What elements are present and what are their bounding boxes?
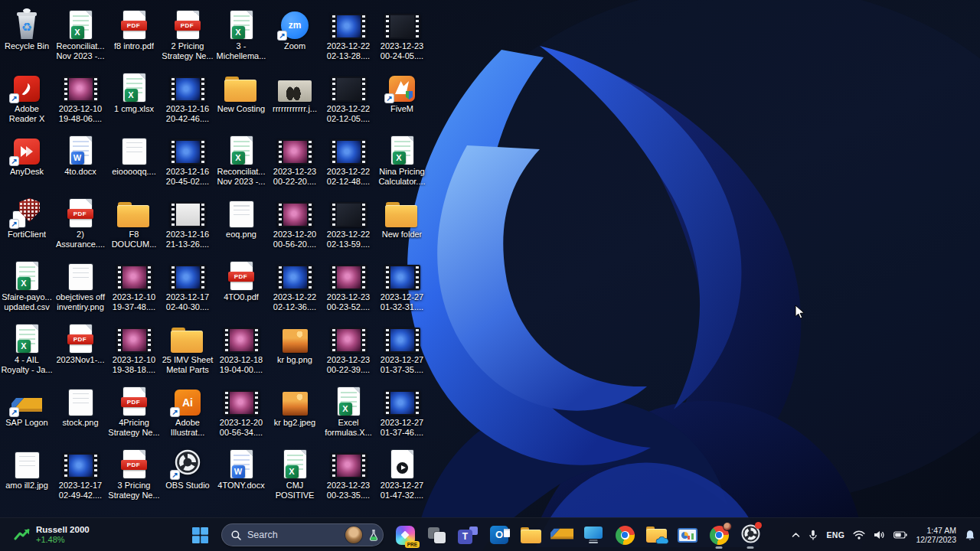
desktop-icon-zoom[interactable]: zm↗Zoom: [268, 2, 322, 64]
desktop-icon-reconciliat-nov-2023[interactable]: XReconciliat... Nov 2023 -...: [54, 2, 107, 64]
video-file-icon: [170, 139, 206, 165]
desktop-icon-2023-12-18-19-04-00[interactable]: 2023-12-18 19-04-00....: [214, 315, 268, 378]
widgets-button[interactable]: Russell 2000 +1.48%: [8, 518, 96, 551]
desktop-icon-rrrrrrrrrrrr-j[interactable]: rrrrrrrrrrrr.j...: [268, 64, 322, 127]
desktop-icon-2-pricing-strategy-ne[interactable]: PDF2 Pricing Strategy Ne...: [161, 2, 214, 64]
desktop-icon-2023-12-22-02-12-05[interactable]: 2023-12-22 02-12-05....: [322, 64, 375, 127]
desktop-icon-new-folder[interactable]: New folder: [375, 190, 429, 253]
folder-icon: [117, 202, 151, 227]
desktop-icon-2023-12-22-02-13-28[interactable]: 2023-12-22 02-13-28....: [322, 2, 375, 64]
desktop-icon-2023-12-16-21-13-26[interactable]: 2023-12-16 21-13-26....: [161, 190, 214, 253]
video-file-icon: [331, 328, 367, 353]
taskbar-copilot-button[interactable]: PRE: [390, 520, 420, 549]
desktop-icon-4-ail-royalty-ja[interactable]: X4 - AIL Royalty - Ja...: [0, 315, 54, 378]
desktop-icon-4tony-docx[interactable]: W4TONY.docx: [214, 441, 268, 504]
taskbar-chart-window-button[interactable]: [673, 520, 702, 549]
taskbar-outlook-button[interactable]: O: [485, 520, 514, 549]
desktop-icon-f8-doucum[interactable]: F8 DOUCUM...: [107, 190, 161, 253]
desktop-icon-obejctives-off-inventiry-png[interactable]: obejctives off inventiry.png: [54, 253, 107, 315]
taskbar-sap-logon-button[interactable]: [547, 520, 577, 549]
search-box[interactable]: Search: [221, 523, 384, 546]
desktop-icon-4pricing-strategy-ne[interactable]: PDF4Pricing Strategy Ne...: [107, 378, 161, 441]
desktop-icon-amo-ill2-jpg[interactable]: amo ill2.jpg: [0, 441, 54, 504]
desktop-icon-2023-12-27-01-32-31[interactable]: 2023-12-27 01-32-31....: [375, 253, 429, 315]
desktop-icon-2023-12-20-00-56-20[interactable]: 2023-12-20 00-56-20....: [268, 190, 322, 253]
clock[interactable]: 1:47 AM 12/27/2023: [916, 526, 956, 545]
search-highlight-avatar[interactable]: [345, 527, 362, 543]
desktop-icon-1-cmg-xlsx[interactable]: X1 cmg.xlsx: [107, 64, 161, 127]
desktop-icon-obs-studio[interactable]: ↗OBS Studio: [161, 441, 214, 504]
desktop-icon-4to0-pdf[interactable]: PDF4TO0.pdf: [214, 253, 268, 315]
taskbar-onedrive-button[interactable]: [642, 520, 671, 549]
desktop-icon-anydesk[interactable]: ↗AnyDesk: [0, 127, 54, 190]
desktop-icon-2023-12-10-19-37-48[interactable]: 2023-12-10 19-37-48....: [107, 253, 161, 315]
desktop-icon-eoq-png[interactable]: eoq.png: [214, 190, 268, 253]
video-file-icon: [331, 265, 367, 290]
taskbar-task-view-button[interactable]: [422, 520, 451, 549]
desktop-icon-2023-12-23-00-22-39[interactable]: 2023-12-23 00-22-39....: [322, 315, 375, 378]
desktop-icon-3-pricing-strategy-ne[interactable]: PDF3 Pricing Strategy Ne...: [107, 441, 161, 504]
taskbar-file-explorer-button[interactable]: [516, 520, 545, 549]
desktop-icon-2023-12-17-02-49-42[interactable]: 2023-12-17 02-49-42....: [54, 441, 107, 504]
copilot-icon: PRE: [396, 526, 415, 545]
desktop-icon-2023-12-23-00-24-05[interactable]: 2023-12-23 00-24-05....: [375, 2, 429, 64]
taskbar-chrome-profile-button[interactable]: [704, 520, 733, 549]
recording-indicator: [755, 522, 762, 529]
desktop-icon-2023-12-27-01-47-32[interactable]: 2023-12-27 01-47-32....: [375, 441, 429, 504]
desktop-icon-2023-12-22-02-12-36[interactable]: 2023-12-22 02-12-36....: [268, 253, 322, 315]
microphone-icon[interactable]: [808, 530, 818, 541]
desktop-icon-adobe-reader-x[interactable]: ↗Adobe Reader X: [0, 64, 54, 127]
desktop-icon-reconciliat-nov-2023[interactable]: XReconciliat... Nov 2023 -...: [214, 127, 268, 190]
desktop-icon-2023-12-16-20-45-02[interactable]: 2023-12-16 20-45-02....: [161, 127, 214, 190]
desktop-icon-recycle-bin[interactable]: ♻Recycle Bin: [0, 2, 54, 64]
desktop-icon-2023-12-23-00-22-20[interactable]: 2023-12-23 00-22-20....: [268, 127, 322, 190]
taskbar-chrome-button[interactable]: [610, 520, 639, 549]
desktop-icon-2023-12-23-00-23-35[interactable]: 2023-12-23 00-23-35....: [322, 441, 375, 504]
desktop-icon-sap-logon[interactable]: ↗SAP Logon: [0, 378, 54, 441]
desktop-icon-2023-12-10-19-48-06[interactable]: 2023-12-10 19-48-06....: [54, 64, 107, 127]
pdf-file-icon: PDF: [177, 11, 199, 39]
volume-icon[interactable]: [874, 530, 885, 540]
taskbar-teams-button[interactable]: T: [453, 520, 482, 549]
desktop-icon-2023-12-23-00-23-52[interactable]: 2023-12-23 00-23-52....: [322, 253, 375, 315]
start-button[interactable]: [185, 520, 214, 549]
desktop-icon-sfaire-payo-updated-csv[interactable]: XSfaire-payo... updated.csv: [0, 253, 54, 315]
desktop-icon-f8-intro-pdf[interactable]: PDFf8 intro.pdf: [107, 2, 161, 64]
desktop-icon-eiooooqq[interactable]: eiooooqq....: [107, 127, 161, 190]
desktop-icon-2023-12-22-02-12-48[interactable]: 2023-12-22 02-12-48....: [322, 127, 375, 190]
desktop-icon-25-imv-sheet-metal-parts[interactable]: 25 IMV Sheet Metal Parts: [161, 315, 214, 378]
desktop-icon-2023-12-16-20-42-46[interactable]: 2023-12-16 20-42-46....: [161, 64, 214, 127]
desktop-icon-cmj-positive-c[interactable]: XCMJ POSITIVE C...: [268, 441, 322, 504]
desktop-icon-excel-formulas-x[interactable]: XExcel formulas.X...: [322, 378, 375, 441]
language-indicator[interactable]: ENG: [826, 530, 844, 540]
desktop-icon-2023nov1[interactable]: PDF2023Nov1-...: [54, 315, 107, 378]
desktop-icon-label: 2023-12-23 00-23-52....: [322, 292, 374, 312]
desktop-icon-stock-png[interactable]: stock.png: [54, 378, 107, 441]
flask-icon: [368, 529, 379, 542]
desktop-icon-4to-docx[interactable]: W4to.docx: [54, 127, 107, 190]
desktop-icon-forticlient[interactable]: ↗FortiClient: [0, 190, 54, 253]
desktop-icon-nina-pricing-calculator[interactable]: XNina Pricing Calculator....: [375, 127, 429, 190]
desktop-icon-kr-bg2-jpeg[interactable]: kr bg2.jpeg: [268, 378, 322, 441]
desktop-icon-2023-12-27-01-37-35[interactable]: 2023-12-27 01-37-35....: [375, 315, 429, 378]
desktop-icon-fivem[interactable]: ↗FiveM: [375, 64, 429, 127]
desktop-icon-3-michellema[interactable]: X3 - Michellema...: [214, 2, 268, 64]
folder-icon: [385, 202, 419, 227]
wifi-icon[interactable]: [853, 530, 865, 540]
desktop-icon-label: 2023Nov1-...: [57, 355, 105, 365]
desktop-icon-2023-12-17-02-40-30[interactable]: 2023-12-17 02-40-30....: [161, 253, 214, 315]
desktop-icon-adobe-illustrat[interactable]: Ai↗Adobe Illustrat...: [161, 378, 214, 441]
desktop-icon-new-costing[interactable]: New Costing: [214, 64, 268, 127]
desktop-icon-2-assurance[interactable]: PDF2) Assurance....: [54, 190, 107, 253]
desktop-icon-2023-12-10-19-38-18[interactable]: 2023-12-10 19-38-18....: [107, 315, 161, 378]
desktop-icon-2023-12-22-02-13-59[interactable]: 2023-12-22 02-13-59....: [322, 190, 375, 253]
desktop-icon-label: 3 - Michellema...: [215, 41, 267, 61]
notification-bell-icon[interactable]: [965, 530, 975, 541]
hidden-icons-chevron[interactable]: [792, 532, 800, 538]
taskbar-obs-studio-button[interactable]: [736, 520, 765, 549]
battery-icon[interactable]: [893, 531, 907, 539]
desktop-icon-2023-12-27-01-37-46[interactable]: 2023-12-27 01-37-46....: [375, 378, 429, 441]
taskbar-monitor-button[interactable]: [579, 520, 608, 549]
desktop-icon-2023-12-20-00-56-34[interactable]: 2023-12-20 00-56-34....: [214, 378, 268, 441]
desktop-icon-kr-bg-png[interactable]: kr bg.png: [268, 315, 322, 378]
